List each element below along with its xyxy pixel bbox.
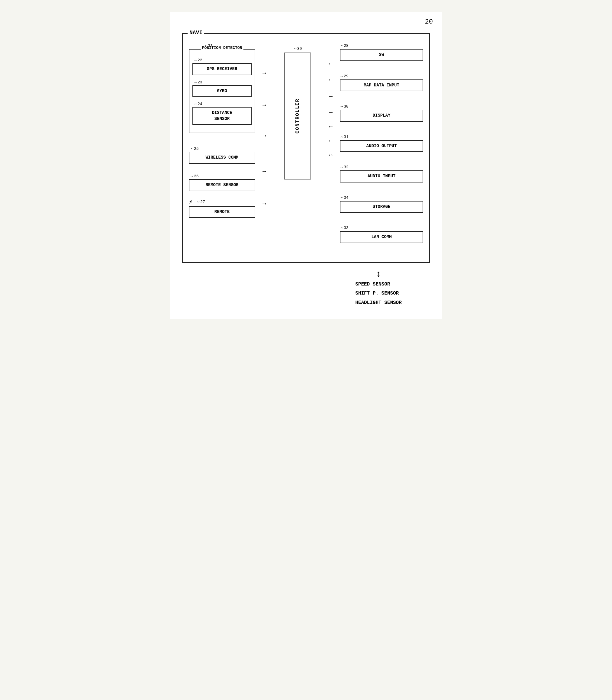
- audio-out-arrow: →: [329, 109, 333, 116]
- sw-box: SW: [340, 49, 423, 61]
- lan-comm-item: ～33 LAN COMM: [340, 225, 423, 251]
- sw-arrow: ←: [329, 60, 333, 67]
- col-middle: ～39 CONTROLLER: [273, 40, 322, 251]
- ref-29: ～29: [340, 73, 423, 79]
- audio-output-item: ～31 AUDIO OUTPUT: [340, 134, 423, 161]
- below-navi-section: ↕ SPEED SENSOR SHIFT P. SENSOR HEADLIGHT…: [327, 269, 430, 307]
- lan-arrow: ↔: [329, 152, 333, 159]
- distance-sensor-item: ～24 DISTANCESENSOR: [192, 101, 252, 125]
- navi-label: NAVI: [187, 30, 204, 36]
- ref-22: ～22: [194, 57, 252, 63]
- remote-sensor-arrow: →: [263, 200, 266, 207]
- remote-item: ⚡ ～27 REMOTE: [189, 198, 255, 218]
- gyro-box: GYRO: [192, 85, 252, 97]
- audio-output-box: AUDIO OUTPUT: [340, 140, 423, 152]
- lan-comm-box: LAN COMM: [340, 231, 423, 243]
- gps-receiver-item: ～22 GPS RECEIVER: [192, 57, 252, 75]
- storage-item: ～34 STORAGE: [340, 195, 423, 221]
- display-box: DISPLAY: [340, 110, 423, 122]
- distance-arrow: →: [263, 132, 266, 139]
- gyro-arrow: →: [263, 102, 266, 109]
- vert-arrow-down: ↕: [376, 269, 381, 280]
- navi-outer-box: NAVI ～21 POSITION DETECTOR ～22 GPS RECEI…: [182, 33, 430, 263]
- shift-sensor-label: SHIFT P. SENSOR: [355, 289, 402, 298]
- map-arrow: ←: [329, 77, 333, 83]
- ref-27: ～27: [196, 199, 205, 205]
- ref-26: ～26: [190, 174, 255, 179]
- col-right: ～28 SW ～29 MAP DATA INPUT ～30 DISPLAY ～3…: [340, 40, 423, 251]
- map-data-input-item: ～29 MAP DATA INPUT: [340, 73, 423, 100]
- right-connectors: ← ← → → ← ← ↔: [322, 40, 340, 251]
- page-container: 20 NAVI ～21 POSITION DETECTOR ～22 GPS RE…: [170, 12, 442, 319]
- diagram-number: 20: [425, 18, 433, 26]
- sensor-list: SPEED SENSOR SHIFT P. SENSOR HEADLIGHT S…: [355, 280, 402, 307]
- gps-arrow: →: [263, 70, 266, 77]
- ref-30: ～30: [340, 104, 423, 109]
- controller-box: CONTROLLER: [284, 53, 311, 179]
- ref-39: ～39: [293, 46, 302, 51]
- ref-32: ～32: [340, 164, 423, 170]
- ref-23: ～23: [194, 80, 252, 85]
- display-arrow: →: [329, 93, 333, 100]
- audio-input-item: ～32 AUDIO INPUT: [340, 164, 423, 191]
- wireless-comm-box: WIRELESS COMM: [189, 152, 255, 164]
- audio-in-arrow: ←: [329, 123, 333, 130]
- display-item: ～30 DISPLAY: [340, 104, 423, 130]
- storage-arrow: ←: [329, 137, 333, 145]
- wireless-arrow: ↔: [263, 168, 266, 175]
- map-data-input-box: MAP DATA INPUT: [340, 80, 423, 92]
- position-detector-label: POSITION DETECTOR: [201, 46, 244, 50]
- sw-item: ～28 SW: [340, 43, 423, 69]
- audio-input-box: AUDIO INPUT: [340, 170, 423, 182]
- remote-sensor-box: REMOTE SENSOR: [189, 179, 255, 191]
- ref-24: ～24: [194, 101, 252, 107]
- remote-sensor-item: ～26 REMOTE SENSOR: [189, 174, 255, 191]
- ref-33: ～33: [340, 225, 423, 231]
- position-detector-group: POSITION DETECTOR ～22 GPS RECEIVER ～23 G…: [189, 49, 255, 133]
- lightning-icon: ⚡: [189, 198, 193, 206]
- gyro-item: ～23 GYRO: [192, 80, 252, 97]
- storage-box: STORAGE: [340, 201, 423, 213]
- distance-sensor-box: DISTANCESENSOR: [192, 107, 252, 125]
- speed-sensor-label: SPEED SENSOR: [355, 280, 402, 289]
- headlight-sensor-label: HEADLIGHT SENSOR: [355, 298, 402, 307]
- ref-31: ～31: [340, 134, 423, 140]
- ref-34: ～34: [340, 195, 423, 200]
- left-connectors: → → → ↔ →: [255, 40, 273, 251]
- col-left: ～21 POSITION DETECTOR ～22 GPS RECEIVER ～…: [189, 40, 255, 251]
- wireless-comm-item: ～25 WIRELESS COMM: [189, 146, 255, 164]
- gps-receiver-box: GPS RECEIVER: [192, 63, 252, 75]
- ref-25: ～25: [190, 146, 255, 151]
- diagram-area: ～21 POSITION DETECTOR ～22 GPS RECEIVER ～…: [189, 40, 423, 251]
- ref-28: ～28: [340, 43, 423, 48]
- remote-box: REMOTE: [189, 206, 255, 218]
